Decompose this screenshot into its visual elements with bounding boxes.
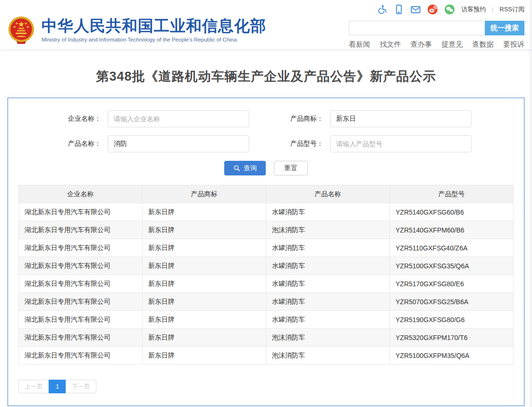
product-name-input[interactable] [108, 135, 249, 152]
site-title: 中华人民共和国工业和信息化部 [42, 17, 266, 34]
product-model-field: 产品型号： [283, 135, 472, 152]
cell-company: 湖北新东日专用汽车有限公司 [19, 203, 143, 221]
nav-item-news[interactable]: 看新闻 [349, 40, 370, 49]
site-subtitle: Ministry of Industry and Information Tec… [42, 37, 266, 42]
cell-model: YZR5140GXFPM60/B6 [390, 221, 514, 239]
table-row: 湖北新东日专用汽车有限公司 新东日牌 泡沫消防车 YZR5320GXFPM170… [19, 329, 514, 347]
col-header-model: 产品型号 [390, 185, 514, 203]
nav-item-data[interactable]: 查数据 [473, 40, 494, 49]
product-brand-input[interactable] [330, 110, 472, 127]
product-brand-label: 产品商标： [283, 115, 323, 123]
cell-model: YZR5100GXFSG35/Q6A [390, 257, 514, 275]
site-title-block: 中华人民共和国工业和信息化部 Ministry of Industry and … [42, 17, 266, 42]
unified-search-button[interactable]: 统一搜索 [485, 21, 524, 35]
col-header-enterprise: 企业名称 [19, 185, 143, 203]
results-table: 企业名称 产品商标 产品名称 产品型号 湖北新东日专用汽车有限公司 新东日牌 水… [18, 185, 514, 365]
cell-model: YZR5140GXFSG60/B6 [390, 203, 514, 221]
reset-button[interactable]: 重置 [274, 161, 308, 175]
table-row: 湖北新东日专用汽车有限公司 新东日牌 水罐消防车 YZR5100GXFSG35/… [19, 257, 514, 275]
cell-model: YZR5100GXFPM35/Q6A [390, 347, 514, 365]
product-name-label: 产品名称： [60, 140, 101, 148]
cell-company: 湖北新东日专用汽车有限公司 [19, 221, 143, 239]
search-icon [233, 165, 240, 172]
enterprise-name-input[interactable] [108, 110, 249, 127]
header-nav: 看新闻 找文件 查办事 提意见 查数据 要投诉 [349, 40, 524, 49]
cell-company: 湖北新东日专用汽车有限公司 [19, 257, 143, 275]
table-row: 湖北新东日专用汽车有限公司 新东日牌 水罐消防车 YZR5140GXFSG60/… [19, 203, 514, 221]
rss-subscribe-link[interactable]: RSS订阅 [499, 5, 524, 14]
cell-brand: 新东日牌 [143, 221, 266, 239]
product-brand-field: 产品商标： [283, 110, 472, 127]
col-header-brand: 产品商标 [143, 185, 266, 203]
cell-model: YZR5110GXFSG40/Z6A [390, 239, 514, 257]
enterprise-name-label: 企业名称： [60, 115, 101, 123]
cell-company: 湖北新东日专用汽车有限公司 [19, 347, 143, 365]
visitor-appointment-link[interactable]: 访客预约 [461, 5, 486, 14]
nav-item-complaints[interactable]: 要投诉 [503, 40, 524, 49]
cell-company: 湖北新东日专用汽车有限公司 [19, 329, 143, 347]
cell-product-name: 泡沫消防车 [266, 221, 390, 239]
cell-brand: 新东日牌 [143, 329, 266, 347]
pagination-next-button[interactable]: 下一页 [66, 380, 96, 393]
cell-model: YZR5070GXFSG25/B6A [390, 293, 514, 311]
cell-company: 湖北新东日专用汽车有限公司 [19, 311, 143, 329]
cell-product-name: 水罐消防车 [266, 239, 390, 257]
form-buttons: 查询 重置 [8, 161, 524, 175]
cell-company: 湖北新东日专用汽车有限公司 [19, 239, 143, 257]
cell-product-name: 水罐消防车 [266, 275, 390, 293]
cell-brand: 新东日牌 [143, 239, 266, 257]
weibo-icon[interactable] [427, 4, 438, 15]
table-row: 湖北新东日专用汽车有限公司 新东日牌 水罐消防车 YZR5070GXFSG25/… [19, 293, 514, 311]
col-header-product-name: 产品名称 [266, 185, 390, 203]
mobile-icon[interactable] [393, 4, 404, 15]
cell-brand: 新东日牌 [143, 347, 266, 365]
cell-product-name: 泡沫消防车 [266, 347, 390, 365]
cell-company: 湖北新东日专用汽车有限公司 [19, 293, 143, 311]
cell-model: YZR5190GXFSG80/G6 [390, 311, 514, 329]
content-panel: 企业名称： 产品商标： 产品名称： 产品型号： [8, 98, 524, 406]
national-emblem-icon [7, 16, 36, 45]
cell-product-name: 水罐消防车 [266, 293, 390, 311]
query-button-label: 查询 [244, 164, 257, 173]
cell-product-name: 水罐消防车 [266, 257, 390, 275]
pagination: 上一页 1 下一页 [18, 380, 96, 393]
product-name-field: 产品名称： [60, 135, 249, 152]
nav-item-documents[interactable]: 找文件 [380, 40, 401, 49]
pagination-prev-button[interactable]: 上一页 [18, 380, 49, 393]
table-row: 湖北新东日专用汽车有限公司 新东日牌 水罐消防车 YZR5110GXFSG40/… [19, 239, 514, 257]
product-model-input[interactable] [330, 135, 472, 152]
cell-model: YZR5320GXFPM170/T6 [390, 329, 514, 347]
mail-icon[interactable] [410, 4, 421, 15]
table-row: 湖北新东日专用汽车有限公司 新东日牌 水罐消防车 YZR5190GXFSG80/… [19, 311, 514, 329]
pagination-page-1-button[interactable]: 1 [49, 380, 66, 393]
nav-item-suggestions[interactable]: 提意见 [441, 40, 463, 49]
table-row: 湖北新东日专用汽车有限公司 新东日牌 水罐消防车 YZR5170GXFSG80/… [19, 275, 514, 293]
site-search: 统一搜索 [349, 21, 524, 35]
cell-brand: 新东日牌 [143, 275, 266, 293]
header-right: 访客预约 | RSS订阅 统一搜索 看新闻 找文件 查办事 提意见 查数据 要投… [349, 0, 524, 50]
product-model-label: 产品型号： [283, 140, 323, 148]
page: 中华人民共和国工业和信息化部 Ministry of Industry and … [0, 0, 532, 407]
cell-product-name: 水罐消防车 [266, 203, 390, 221]
site-header: 中华人民共和国工业和信息化部 Ministry of Industry and … [0, 0, 532, 50]
query-button[interactable]: 查询 [224, 161, 266, 175]
table-row: 湖北新东日专用汽车有限公司 新东日牌 泡沫消防车 YZR5100GXFPM35/… [19, 347, 514, 365]
cell-company: 湖北新东日专用汽车有限公司 [19, 275, 143, 293]
enterprise-name-field: 企业名称： [60, 110, 249, 127]
search-form-row-2: 产品名称： 产品型号： [8, 135, 524, 152]
cell-model: YZR5170GXFSG80/E6 [390, 275, 514, 293]
cell-brand: 新东日牌 [143, 203, 266, 221]
table-row: 湖北新东日专用汽车有限公司 新东日牌 泡沫消防车 YZR5140GXFPM60/… [19, 221, 514, 239]
cell-product-name: 水罐消防车 [266, 311, 390, 329]
site-logo-link[interactable]: 中华人民共和国工业和信息化部 Ministry of Industry and … [7, 10, 266, 50]
table-header-row: 企业名称 产品商标 产品名称 产品型号 [19, 185, 514, 203]
wechat-icon[interactable] [444, 4, 455, 15]
cell-product-name: 泡沫消防车 [266, 329, 390, 347]
accessibility-icon[interactable] [376, 4, 387, 15]
site-search-input[interactable] [349, 21, 485, 35]
cell-brand: 新东日牌 [143, 311, 266, 329]
cell-brand: 新东日牌 [143, 257, 266, 275]
utility-row: 访客预约 | RSS订阅 [349, 4, 524, 15]
page-title: 第348批《道路机动车辆生产企业及产品公告》新产品公示 [0, 68, 532, 85]
nav-item-services[interactable]: 查办事 [411, 40, 432, 49]
